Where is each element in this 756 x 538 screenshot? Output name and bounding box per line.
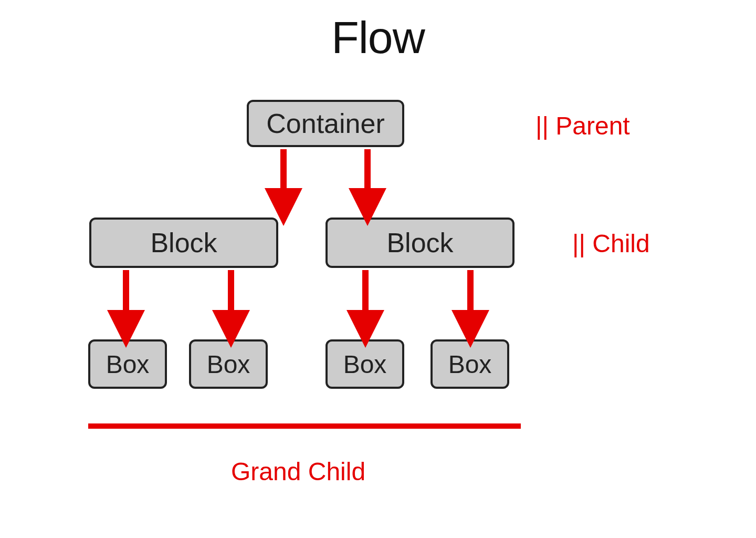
box-2-label: Box [207, 350, 250, 379]
child-annotation: || Child [572, 229, 650, 258]
arrows-layer [42, 12, 714, 526]
flow-diagram: Flow Container Block Block Box Box Box B… [42, 12, 714, 526]
block-right-label: Block [386, 227, 453, 258]
grandchild-underline [88, 423, 521, 429]
box-1-label: Box [106, 350, 150, 379]
container-node: Container [247, 100, 404, 147]
grandchild-annotation: Grand Child [231, 457, 365, 486]
parent-annotation: || Parent [536, 111, 630, 140]
box-4-label: Box [448, 350, 492, 379]
block-left-node: Block [89, 218, 278, 268]
box-3-node: Box [326, 339, 404, 389]
box-2-node: Box [189, 339, 268, 389]
block-right-node: Block [326, 218, 514, 268]
box-3-label: Box [343, 350, 387, 379]
block-left-label: Block [150, 227, 217, 258]
box-1-node: Box [88, 339, 167, 389]
diagram-title: Flow [42, 12, 714, 64]
box-4-node: Box [430, 339, 509, 389]
container-label: Container [266, 108, 384, 139]
